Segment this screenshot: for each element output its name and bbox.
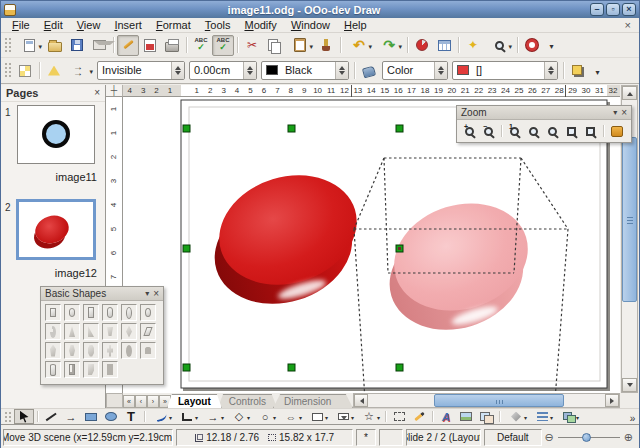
close-button[interactable]: × [622, 3, 636, 16]
minimize-button[interactable]: – [590, 3, 604, 16]
horizontal-scrollbar[interactable] [353, 393, 620, 408]
shape-trapezoid[interactable] [102, 323, 118, 340]
arrow-tool-button[interactable]: → [61, 409, 81, 424]
zoom-slider-knob[interactable] [582, 433, 591, 442]
zoom-shift-button[interactable] [607, 122, 626, 140]
zoom-page-button[interactable] [562, 122, 581, 140]
save-button[interactable] [66, 35, 88, 56]
zoom-slider-track[interactable] [558, 437, 620, 438]
page-2-thumbnail[interactable] [17, 200, 95, 259]
copy-button[interactable] [263, 35, 285, 56]
rectangle-tool-button[interactable] [81, 409, 101, 424]
shapes-palette-close-icon[interactable]: × [153, 288, 159, 299]
select-tool-button[interactable] [14, 409, 34, 424]
zoom-out-slider-icon[interactable]: ⊖ [545, 432, 554, 443]
autospellcheck-button[interactable]: ABC [212, 35, 234, 56]
gallery-button[interactable] [476, 409, 496, 424]
shape-octagon[interactable] [83, 342, 99, 359]
arrange-button[interactable] [555, 409, 581, 424]
navigator-button[interactable]: ✦ [462, 35, 484, 56]
line-width-spinbox[interactable]: 0.00cm [189, 61, 257, 80]
previous-layer-button[interactable]: ‹ [135, 395, 147, 408]
fill-type-combobox[interactable]: Color [382, 61, 448, 80]
symbol-shapes-button[interactable]: ○ [252, 409, 278, 424]
line-color-spinner[interactable] [335, 62, 348, 79]
maximize-button[interactable]: ▫ [606, 3, 620, 16]
shape-isosceles-triangle[interactable] [64, 323, 80, 340]
insert-chart-button[interactable] [411, 35, 433, 56]
text-tool-button[interactable]: T [121, 409, 141, 424]
scroll-up-button[interactable] [622, 86, 637, 100]
first-layer-button[interactable]: « [123, 395, 135, 408]
tab-controls[interactable]: Controls [218, 394, 277, 408]
basic-shapes-button[interactable]: ◇ [226, 409, 252, 424]
shape-square[interactable] [83, 304, 99, 321]
shape-rounded-square[interactable] [102, 304, 118, 321]
shape-circle[interactable] [121, 304, 137, 321]
zoom-in-button[interactable]: + [460, 122, 479, 140]
line-dialog-button[interactable] [43, 60, 65, 81]
glue-points-button[interactable] [409, 409, 429, 424]
alignment-button[interactable] [529, 409, 555, 424]
redo-button[interactable]: ↷ [374, 35, 404, 56]
palette-dropdown-icon[interactable]: ▾ [141, 289, 153, 298]
shape-diamond[interactable] [121, 323, 137, 340]
cut-button[interactable]: ✂ [241, 35, 263, 56]
shape-right-triangle[interactable] [83, 323, 99, 340]
zoom-page-width-button[interactable] [581, 122, 600, 140]
menu-item[interactable]: File [5, 18, 37, 32]
shape-circle-pie[interactable] [45, 323, 61, 340]
zoom-out-button[interactable]: − [479, 122, 498, 140]
scroll-left-button[interactable] [354, 394, 368, 407]
scroll-right-button[interactable] [605, 394, 619, 407]
ellipse-tool-button[interactable] [101, 409, 121, 424]
next-layer-button[interactable]: › [147, 395, 159, 408]
menu-item[interactable]: Insert [107, 18, 149, 32]
spellcheck-button[interactable]: ABC [190, 35, 212, 56]
horizontal-ruler[interactable]: 4321123456789101112131415161718192021222… [123, 85, 620, 97]
help-button[interactable] [521, 35, 543, 56]
shape-frame[interactable] [102, 361, 118, 378]
document-as-email-button[interactable] [88, 35, 110, 56]
fill-type-spinner[interactable] [434, 62, 447, 79]
tab-layout[interactable]: Layout [167, 394, 222, 408]
styles-button[interactable] [14, 60, 36, 81]
status-page-style[interactable]: Default [484, 429, 542, 446]
undo-button[interactable]: ↶ [344, 35, 374, 56]
open-button[interactable] [44, 35, 66, 56]
zoom-100-button[interactable]: 1 [505, 122, 524, 140]
toolbar-overflow-button[interactable]: ▾ [545, 36, 558, 54]
shape-cross[interactable] [102, 342, 118, 359]
menu-item[interactable]: Format [149, 18, 198, 32]
shape-cube[interactable] [64, 361, 80, 378]
menu-item[interactable]: View [70, 18, 108, 32]
arrow-style-button[interactable] [65, 60, 95, 81]
curve-tool-button[interactable] [148, 409, 174, 424]
toolbar-grip[interactable] [4, 37, 11, 54]
area-dialog-button[interactable] [358, 60, 380, 81]
zoom-palette-titlebar[interactable]: Zoom ▾ × [457, 106, 631, 120]
menu-item[interactable]: Help [337, 18, 374, 32]
insert-table-button[interactable] [433, 35, 455, 56]
menu-item[interactable]: Window [284, 18, 337, 32]
menu-item[interactable]: Modify [237, 18, 283, 32]
page-1-thumbnail[interactable] [17, 105, 95, 164]
shadow-button[interactable] [567, 60, 589, 81]
shape-block-arc[interactable] [140, 342, 156, 359]
paste-button[interactable] [285, 35, 315, 56]
toolbar-overflow-button[interactable]: ▾ [591, 62, 604, 80]
zoom-next-button[interactable] [543, 122, 562, 140]
edit-points-button[interactable] [389, 409, 409, 424]
zoom-previous-button[interactable] [524, 122, 543, 140]
menu-item[interactable]: Tools [198, 18, 238, 32]
menu-item[interactable]: Edit [37, 18, 70, 32]
pages-panel-close-icon[interactable]: × [94, 87, 100, 99]
line-tool-button[interactable] [41, 409, 61, 424]
palette-dropdown-icon[interactable]: ▾ [609, 108, 621, 117]
toolbar-grip[interactable] [4, 411, 11, 422]
fontwork-button[interactable]: A [436, 409, 456, 424]
horizontal-scrollbar-thumb[interactable] [434, 394, 564, 407]
vertical-scrollbar-thumb[interactable] [622, 137, 637, 302]
tab-dimension-lines[interactable]: Dimension Lines [273, 394, 353, 408]
extrusion-button[interactable] [503, 409, 529, 424]
